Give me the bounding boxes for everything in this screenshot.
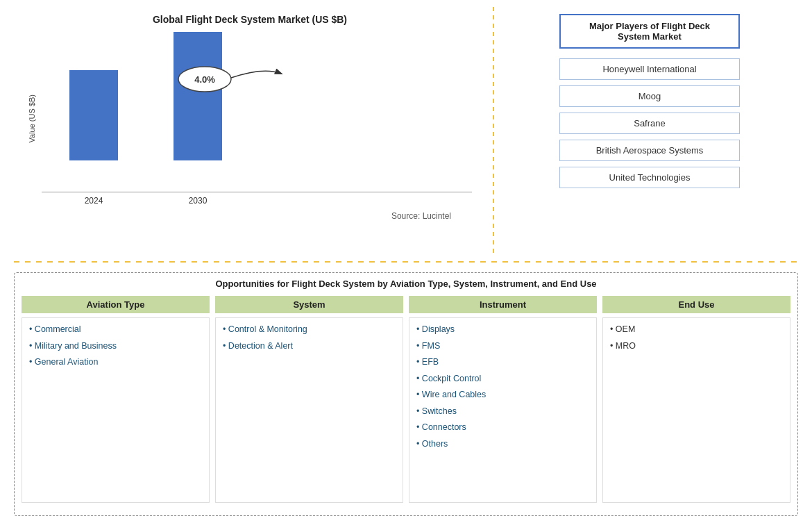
col-items-aviation: Commercial Military and Business General… xyxy=(22,317,210,503)
item-commercial: Commercial xyxy=(29,324,202,336)
player-safrane: Safrane xyxy=(559,113,740,134)
vertical-separator xyxy=(493,7,494,257)
col-header-instrument: Instrument xyxy=(409,296,597,313)
x-label-2024: 2024 xyxy=(69,196,118,206)
item-detection-alert: Detection & Alert xyxy=(223,340,396,353)
arrow-svg: 4.0% xyxy=(153,53,305,108)
major-players-title: Major Players of Flight Deck System Mark… xyxy=(559,14,740,49)
item-switches: Switches xyxy=(416,406,589,418)
column-end-use: End Use OEM MRO xyxy=(602,296,790,503)
chart-title: Global Flight Deck System Market (US $B) xyxy=(28,14,472,25)
player-bae: British Aerospace Systems xyxy=(559,140,740,161)
player-moog: Moog xyxy=(559,85,740,107)
column-system: System Control & Monitoring Detection & … xyxy=(215,296,403,503)
x-axis-line xyxy=(42,192,472,192)
item-mro: MRO xyxy=(610,340,783,353)
item-military: Military and Business xyxy=(29,340,202,353)
col-header-aviation: Aviation Type xyxy=(22,296,210,313)
col-header-system: System xyxy=(215,296,403,313)
column-aviation-type: Aviation Type Commercial Military and Bu… xyxy=(22,296,210,503)
source-label: Source: Lucintel xyxy=(28,211,472,221)
col-items-end-use: OEM MRO xyxy=(602,317,790,503)
bar-2024 xyxy=(69,70,118,160)
bar-group-2024 xyxy=(69,70,118,160)
main-container: Global Flight Deck System Market (US $B)… xyxy=(0,0,812,523)
item-displays: Displays xyxy=(416,324,589,336)
col-header-end-use: End Use xyxy=(602,296,790,313)
item-control-monitoring: Control & Monitoring xyxy=(223,324,396,336)
chart-inner: 4.0% xyxy=(42,32,472,206)
x-label-2030: 2030 xyxy=(174,196,222,206)
svg-text:4.0%: 4.0% xyxy=(194,74,215,85)
item-oem: OEM xyxy=(610,324,783,336)
major-players-panel: Major Players of Flight Deck System Mark… xyxy=(501,7,798,257)
player-honeywell: Honeywell International xyxy=(559,58,740,80)
col-items-instrument: Displays FMS EFB Cockpit Control Wire an… xyxy=(409,317,597,503)
column-instrument: Instrument Displays FMS EFB Cockpit Cont… xyxy=(409,296,597,503)
item-wire-cables: Wire and Cables xyxy=(416,389,589,401)
item-others: Others xyxy=(416,438,589,451)
top-section: Global Flight Deck System Market (US $B)… xyxy=(14,7,798,257)
bars-area: 4.0% xyxy=(42,32,472,160)
item-connectors: Connectors xyxy=(416,422,589,434)
player-united: United Technologies xyxy=(559,167,740,188)
chart-wrapper: Value (US $B) xyxy=(28,32,472,206)
annotation-area: 4.0% xyxy=(153,53,305,108)
item-general: General Aviation xyxy=(29,356,202,369)
bottom-title: Opportunities for Flight Deck System by … xyxy=(22,279,790,289)
item-fms: FMS xyxy=(416,340,589,353)
y-axis-label: Value (US $B) xyxy=(28,94,36,143)
bottom-section: Opportunities for Flight Deck System by … xyxy=(14,272,798,516)
item-efb: EFB xyxy=(416,356,589,369)
col-items-system: Control & Monitoring Detection & Alert xyxy=(215,317,403,503)
columns-container: Aviation Type Commercial Military and Bu… xyxy=(22,296,790,503)
chart-area: Global Flight Deck System Market (US $B)… xyxy=(14,7,486,257)
item-cockpit-control: Cockpit Control xyxy=(416,373,589,385)
horizontal-separator xyxy=(14,261,798,263)
